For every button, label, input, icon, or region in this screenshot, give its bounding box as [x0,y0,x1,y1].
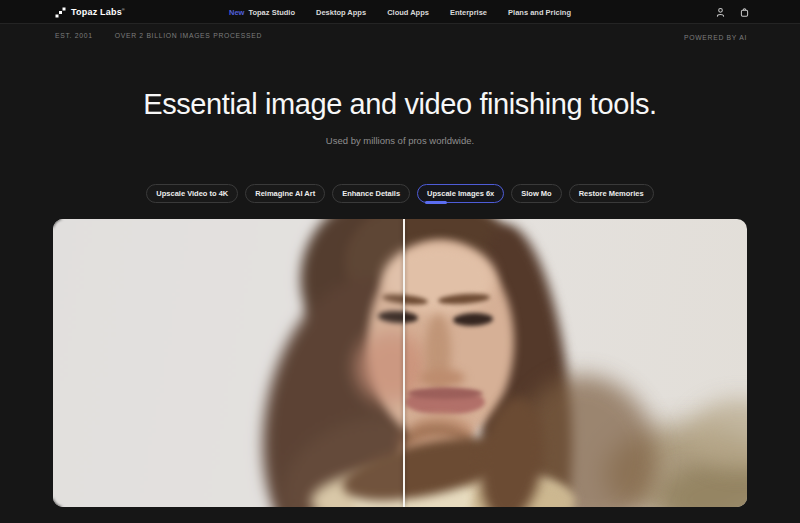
established-label: EST. 2001 [55,32,93,39]
tab-progress-bar [425,201,447,204]
feature-tabs: Upscale Video to 4K Reimagine AI Art Enh… [0,184,800,203]
top-nav: Topaz Labs® New Topaz Studio Desktop App… [0,0,800,24]
nav-item-enterprise[interactable]: Enterprise [450,8,487,17]
comparison-image [53,219,747,507]
tab-upscale-video-4k[interactable]: Upscale Video to 4K [146,184,238,203]
main-nav-links: New Topaz Studio Desktop Apps Cloud Apps… [229,0,571,24]
tab-restore-memories[interactable]: Restore Memories [569,184,654,203]
topaz-labs-homepage: Topaz Labs® New Topaz Studio Desktop App… [0,0,800,523]
tab-reimagine-ai-art[interactable]: Reimagine AI Art [245,184,325,203]
tab-slow-mo[interactable]: Slow Mo [511,184,561,203]
nav-item-topaz-studio[interactable]: New Topaz Studio [229,8,295,17]
nav-icon-group [715,0,750,24]
before-side-overlay [53,219,403,507]
woman-lips [407,388,483,399]
account-icon[interactable] [715,7,726,18]
comparison-divider[interactable] [403,219,405,507]
page-subtitle: Used by millions of pros worldwide. [0,135,800,146]
info-bar: EST. 2001 OVER 2 BILLION IMAGES PROCESSE… [0,25,800,45]
nav-item-desktop-apps[interactable]: Desktop Apps [316,8,366,17]
tab-upscale-images-6x[interactable]: Upscale Images 6x [417,184,504,203]
woman-nose [419,369,465,387]
nav-item-cloud-apps[interactable]: Cloud Apps [387,8,429,17]
new-badge: New [229,8,244,17]
brand-logo[interactable]: Topaz Labs® [55,0,125,24]
nav-item-plans-pricing[interactable]: Plans and Pricing [508,8,571,17]
topaz-logo-icon [55,7,66,18]
info-bar-left: EST. 2001 OVER 2 BILLION IMAGES PROCESSE… [55,32,262,39]
trademark-symbol: ® [122,7,125,12]
powered-by-label: POWERED BY AI [684,34,747,41]
tab-enhance-details[interactable]: Enhance Details [332,184,410,203]
brand-name: Topaz Labs® [71,7,125,17]
info-bar-right: POWERED BY AI [684,26,747,44]
images-processed-label: OVER 2 BILLION IMAGES PROCESSED [115,32,262,39]
page-title: Essential image and video finishing tool… [0,88,800,121]
cart-icon[interactable] [739,7,750,18]
